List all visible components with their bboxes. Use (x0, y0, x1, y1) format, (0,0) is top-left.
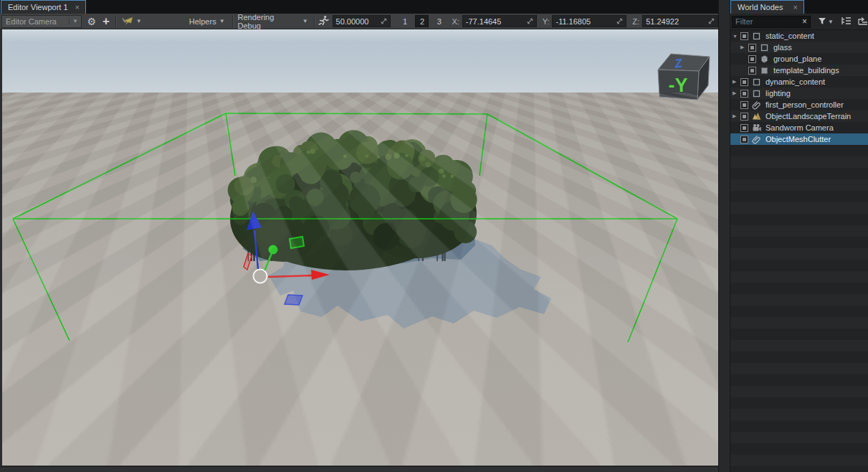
expander-icon[interactable] (733, 90, 740, 96)
speed-preset-1-button[interactable]: 1 (398, 15, 411, 27)
node-reference-icon (752, 100, 762, 110)
tab-world-nodes[interactable]: World Nodes × (730, 0, 804, 14)
node-enabled-checkbox[interactable] (740, 136, 748, 143)
close-icon[interactable]: × (793, 3, 797, 11)
speed-preset-2-button[interactable]: 2 (415, 15, 429, 27)
collapse-hierarchy-button[interactable] (839, 15, 853, 28)
funnel-icon (818, 15, 826, 28)
rendering-debug-menu[interactable]: Rendering Debug ▼ (238, 13, 308, 30)
tab-editor-viewport-1[interactable]: Editor Viewport 1 × (1, 0, 86, 14)
node-label: ObjectMeshClutter (766, 135, 831, 143)
node-label: dynamic_content (766, 77, 825, 86)
node-enabled-checkbox[interactable] (740, 90, 748, 98)
close-icon[interactable]: × (75, 4, 80, 11)
camera-flight-mode-button[interactable]: ▼ (121, 15, 142, 28)
box-icon (760, 66, 770, 75)
tree-row-lighting[interactable]: lighting (730, 88, 868, 99)
navigation-cube[interactable]: Z -Y (658, 54, 710, 100)
y-axis-label: Y: (543, 17, 550, 26)
tree-row-static-content[interactable]: static_content (730, 30, 868, 42)
tree-row-objectlandscapeterrain[interactable]: ObjectLandscapeTerrain (730, 110, 868, 122)
camera-y-value: -11.16805 (555, 17, 591, 26)
expand-hierarchy-button[interactable] (856, 15, 868, 28)
node-enabled-checkbox[interactable] (740, 124, 748, 132)
tree-row-glass[interactable]: glass (730, 42, 868, 53)
node-enabled-checkbox[interactable] (740, 113, 748, 121)
running-man-icon (318, 15, 329, 27)
chevron-down-icon: ▼ (219, 18, 225, 24)
tree-row-objectmeshclutter[interactable]: ObjectMeshClutter (730, 133, 868, 145)
z-axis-label: Z: (632, 17, 639, 26)
rendering-debug-label: Rendering Debug (238, 13, 300, 30)
node-filter-bar: × ▼ (730, 14, 868, 30)
node-label: first_person_controller (766, 100, 844, 109)
node-reference-icon (752, 135, 762, 144)
expander-icon[interactable] (733, 34, 740, 39)
dummy-node-icon (752, 77, 762, 87)
plus-icon: + (102, 14, 110, 29)
drag-spinner-icon[interactable] (527, 17, 533, 26)
cube-front-axis-label: -Y (669, 75, 688, 96)
camera-y-field[interactable]: -11.16805 (552, 15, 626, 27)
terrain-icon (752, 112, 762, 121)
node-label: lighting (766, 89, 791, 98)
speed-preset-3-button[interactable]: 3 (432, 15, 446, 27)
separator (314, 16, 315, 27)
expander-icon[interactable] (733, 79, 740, 85)
node-label: glass (773, 43, 792, 52)
drag-spinner-icon[interactable] (616, 17, 623, 26)
tree-row-first-person-controller[interactable]: first_person_controller (730, 99, 868, 110)
chevron-down-icon: ▼ (136, 18, 142, 24)
filter-input-box[interactable]: × (732, 16, 811, 28)
separator (232, 16, 233, 27)
viewport-toolbar: Editor Camera ▼ ⚙ + ▼ Helpers ▼ (0, 14, 718, 29)
camera-z-value: 51.24922 (646, 17, 679, 26)
expander-icon[interactable] (733, 113, 740, 119)
node-hierarchy-tree[interactable]: static_content glass ground_plane templa… (730, 30, 868, 472)
expander-icon[interactable] (740, 44, 748, 50)
dummy-node-icon (760, 43, 770, 52)
collapse-all-icon (841, 15, 852, 28)
tree-row-template-buildings[interactable]: template_buildings (730, 65, 868, 76)
gizmo-origin-handle[interactable] (254, 270, 267, 283)
gizmo-plane-xz-handle[interactable] (290, 237, 304, 248)
node-enabled-checkbox[interactable] (748, 67, 756, 75)
viewport-settings-button[interactable]: ⚙ (86, 15, 97, 28)
filter-input[interactable] (735, 17, 802, 26)
camera-speed-field[interactable]: 50.00000 (333, 15, 391, 27)
add-viewport-button[interactable]: + (100, 15, 112, 28)
gizmo-plane-yz-handle[interactable] (244, 253, 252, 270)
camera-selector-dropdown[interactable]: Editor Camera ▼ (1, 15, 82, 28)
node-enabled-checkbox[interactable] (740, 32, 748, 40)
node-enabled-checkbox[interactable] (740, 101, 748, 109)
tree-row-dynamic-content[interactable]: dynamic_content (730, 76, 868, 88)
world-nodes-panel: World Nodes × × ▼ (730, 0, 868, 472)
drag-spinner-icon[interactable] (708, 17, 715, 26)
tree-row-sandworm-camera[interactable]: Sandworm Camera (730, 122, 868, 133)
viewport-canvas[interactable]: Z -Y (2, 29, 718, 466)
camera-selector-value: Editor Camera (6, 17, 57, 26)
node-enabled-checkbox[interactable] (748, 44, 756, 52)
node-enabled-checkbox[interactable] (740, 78, 748, 86)
world-nodes-tabbar: World Nodes × (730, 0, 868, 14)
helpers-label: Helpers (189, 17, 216, 26)
clear-filter-icon[interactable]: × (802, 17, 807, 26)
camera-x-field[interactable]: -77.14645 (462, 15, 537, 27)
tree-row-ground-plane[interactable]: ground_plane (730, 53, 868, 65)
node-enabled-checkbox[interactable] (748, 55, 756, 63)
panel-splitter[interactable] (718, 0, 730, 472)
gizmo-plane-xy-handle[interactable] (285, 295, 302, 305)
forest-canopy (228, 130, 477, 270)
helpers-menu[interactable]: Helpers ▼ (189, 17, 225, 26)
node-label: ObjectLandscapeTerrain (766, 112, 851, 121)
drag-spinner-icon[interactable] (381, 17, 387, 26)
node-label: Sandworm Camera (766, 123, 834, 132)
tab-title: World Nodes (738, 3, 783, 11)
filter-options-button[interactable]: ▼ (816, 15, 835, 28)
separator (115, 16, 116, 27)
x-axis-label: X: (452, 17, 459, 26)
viewport-tabbar: Editor Viewport 1 × (0, 0, 718, 14)
editor-window: Editor Viewport 1 × Editor Camera ▼ ⚙ + … (0, 0, 868, 472)
camera-z-field[interactable]: 51.24922 (642, 15, 718, 27)
camera-speed-button[interactable] (318, 15, 330, 28)
